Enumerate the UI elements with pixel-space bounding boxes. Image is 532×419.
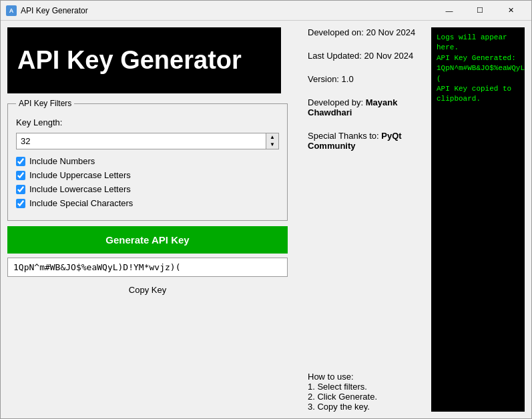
left-column: API Key Generator API Key Filters Key Le… [7,27,288,412]
window-controls: — ☐ ✕ [434,1,526,21]
howto-step1: 1. Select filters. [308,382,425,392]
right-info-column: Developed on: 20 Nov 2024 Last Updated: … [294,27,425,412]
app-icon: A [6,5,17,16]
how-to-section: How to use: 1. Select filters. 2. Click … [308,372,425,412]
main-content: API Key Generator API Key Filters Key Le… [1,21,531,418]
app-title: API Key Generator [17,46,242,74]
include-uppercase-checkbox[interactable] [16,171,25,180]
howto-title: How to use: [308,372,425,382]
close-button[interactable]: ✕ [495,1,526,21]
spinner-down-button[interactable]: ▼ [266,141,278,149]
key-length-row: ▲ ▼ [16,133,279,149]
app-title-box: API Key Generator [7,27,281,93]
last-updated-text: Last Updated: 20 Nov 2024 [308,51,425,61]
include-numbers-label: Include Numbers [29,156,95,166]
filters-legend: API Key Filters [16,99,74,108]
checkbox-row-numbers: Include Numbers [16,156,279,166]
include-numbers-checkbox[interactable] [16,157,25,166]
include-lowercase-label: Include Lowercase Letters [29,184,131,194]
special-thanks-text: Special Thanks to: PyQt Community [308,131,425,151]
include-uppercase-label: Include Uppercase Letters [29,170,131,180]
log-panel: Logs will appear here.API Key Generated:… [431,27,525,412]
include-lowercase-checkbox[interactable] [16,185,25,194]
version-text: Version: 1.0 [308,74,425,84]
generated-key-field[interactable] [7,258,288,277]
app-window: A API Key Generator — ☐ ✕ API Key Genera… [0,0,532,419]
checkbox-row-lowercase: Include Lowercase Letters [16,184,279,194]
include-special-checkbox[interactable] [16,199,25,208]
minimize-button[interactable]: — [434,1,465,21]
howto-step2: 2. Click Generate. [308,392,425,402]
developed-on-text: Developed on: 20 Nov 2024 [308,27,425,37]
generate-button[interactable]: Generate API Key [7,226,288,254]
key-length-label: Key Length: [16,117,279,127]
howto-step3: 3. Copy the key. [308,402,425,412]
filters-fieldset: API Key Filters Key Length: ▲ ▼ Include … [7,99,288,221]
include-special-label: Include Special Characters [29,198,133,208]
spinner-up-button[interactable]: ▲ [266,133,278,141]
window-title: API Key Generator [21,6,434,15]
log-content: Logs will appear here.API Key Generated:… [437,33,519,105]
developed-by-text: Developed by: Mayank Chawdhari [308,97,425,117]
checkbox-row-special: Include Special Characters [16,198,279,208]
maximize-button[interactable]: ☐ [465,1,495,21]
title-bar: A API Key Generator — ☐ ✕ [1,1,531,21]
key-length-input[interactable] [16,133,266,149]
checkbox-row-uppercase: Include Uppercase Letters [16,170,279,180]
copy-key-button[interactable]: Copy Key [7,280,288,300]
spinner-group: ▲ ▼ [266,133,279,149]
